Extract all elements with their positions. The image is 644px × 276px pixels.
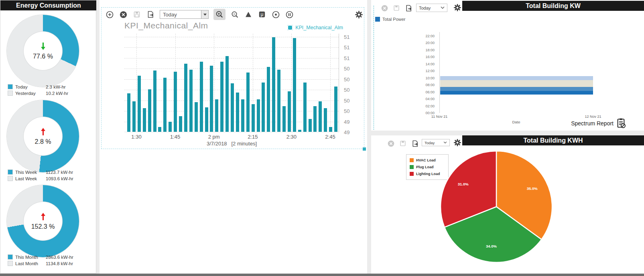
legend-value: 2.3 kW-hr [46, 85, 66, 89]
bar-mark[interactable] [163, 78, 167, 132]
x-tick-label: 2:30 [279, 134, 303, 140]
bar-mark[interactable] [138, 76, 141, 132]
y-tick-label: 49 [344, 119, 349, 125]
bar-mark[interactable] [324, 108, 327, 132]
bar-mark[interactable] [303, 83, 307, 132]
power-band[interactable] [440, 76, 593, 80]
bar-mark[interactable] [262, 83, 265, 132]
power-band[interactable] [440, 87, 593, 91]
kpi-toolbar: Today μ [105, 9, 363, 20]
gear-icon[interactable] [453, 3, 462, 12]
gear-icon[interactable] [453, 138, 462, 147]
export-icon[interactable] [404, 4, 413, 12]
alarms-icon[interactable] [244, 10, 253, 19]
chevron-down-icon[interactable] [201, 10, 208, 18]
bar-mark[interactable] [334, 87, 337, 132]
power-band[interactable] [440, 91, 593, 95]
legend-label: This Month [15, 255, 46, 260]
bar-mark[interactable] [195, 102, 198, 132]
x-tick-label: 2:15 [241, 134, 265, 140]
bar-mark[interactable] [313, 106, 317, 132]
legend-swatch [410, 172, 414, 176]
bar-mark[interactable] [272, 37, 275, 132]
series-marker-icon [287, 25, 293, 30]
bar-mark[interactable] [309, 119, 312, 132]
kpi-chart-legend[interactable]: KPI_Mechanical_Alm [287, 25, 343, 30]
bar-mark[interactable] [184, 64, 187, 132]
bar-mark[interactable] [252, 104, 255, 132]
legend-swatch [8, 254, 13, 260]
engineering-units-icon[interactable]: μ [258, 10, 266, 19]
close-icon[interactable] [386, 139, 395, 148]
y-tick-label: 49 [344, 129, 349, 135]
bar-mark[interactable] [298, 130, 301, 132]
bar-mark[interactable] [236, 93, 239, 132]
donut-chart-monthly[interactable]: 152.3 % [7, 185, 79, 257]
legend-label: Lighting Load [416, 172, 440, 176]
zoom-extents-button[interactable] [105, 10, 114, 19]
total-building-kwh-panel: Today Total Building KWH HVAC LoadPlug L… [371, 135, 644, 274]
bar-mark[interactable] [174, 72, 177, 132]
bar-mark[interactable] [220, 62, 223, 132]
bar-mark[interactable] [205, 107, 208, 132]
zoom-in-icon[interactable] [213, 9, 226, 20]
save-icon[interactable] [132, 10, 141, 19]
close-icon[interactable] [119, 10, 128, 19]
spectrum-report-link[interactable]: Spectrum Report [571, 118, 626, 129]
bar-mark[interactable] [215, 99, 218, 132]
pause-icon[interactable] [285, 10, 294, 19]
live-data-icon[interactable] [271, 10, 280, 19]
bar-mark[interactable] [329, 127, 332, 132]
close-icon[interactable] [380, 4, 389, 12]
donut-chart-weekly[interactable]: 2.8 % [7, 100, 79, 172]
bar-mark[interactable] [293, 38, 296, 132]
y-tick-label: 14:00 [425, 62, 435, 66]
chevron-down-icon [443, 141, 447, 144]
bar-mark[interactable] [179, 116, 182, 132]
bar-mark[interactable] [282, 106, 286, 132]
bar-mark[interactable] [241, 99, 244, 132]
kw-chart-legend[interactable]: Total Power [375, 17, 405, 22]
bar-mark[interactable] [267, 67, 270, 132]
range-select[interactable]: Today [422, 139, 450, 146]
bar-mark[interactable] [319, 101, 322, 132]
gear-icon[interactable] [354, 10, 363, 19]
bar-mark[interactable] [226, 56, 229, 132]
gridline [136, 34, 137, 132]
legend-label: Yesterday [15, 91, 46, 96]
bar-mark[interactable] [257, 99, 260, 132]
donut-chart-daily[interactable]: 77.6 % [7, 15, 79, 87]
export-icon[interactable] [410, 139, 419, 148]
save-icon[interactable] [398, 139, 407, 148]
energy-consumption-panel: Energy Consumption 77.6 % Today 2.3 kW-h… [0, 0, 96, 274]
widget-resize-handle[interactable] [363, 147, 366, 151]
bar-mark[interactable] [143, 108, 146, 132]
bar-mark[interactable] [210, 66, 213, 132]
legend-label: Plug Load [416, 165, 434, 169]
gauge-percent-monthly: 152.3 % [31, 223, 55, 230]
x-tick-label: 1:30 [124, 134, 148, 140]
bar-mark[interactable] [277, 70, 280, 132]
bar-mark[interactable] [246, 73, 250, 132]
bar-mark[interactable] [132, 101, 136, 132]
bar-mark[interactable] [127, 93, 130, 132]
bar-mark[interactable] [153, 71, 156, 132]
zoom-out-icon[interactable] [230, 10, 239, 19]
export-icon[interactable] [146, 10, 155, 19]
bar-mark[interactable] [169, 122, 172, 132]
legend-label: Today [15, 85, 46, 89]
kpi-trend-panel: Today μ KPI_Me [100, 0, 367, 274]
save-icon[interactable] [392, 4, 401, 12]
bar-mark[interactable] [288, 91, 291, 132]
range-select[interactable]: Today [160, 10, 209, 19]
range-select[interactable]: Today [416, 4, 447, 12]
bottom-scrollbar[interactable] [0, 274, 644, 276]
bar-mark[interactable] [158, 127, 161, 132]
bar-mark[interactable] [148, 89, 151, 132]
bar-mark[interactable] [189, 70, 193, 132]
bar-mark[interactable] [200, 62, 203, 132]
series-label: KPI_Mechanical_Alm [295, 25, 343, 30]
bar-mark[interactable] [231, 83, 234, 132]
power-band[interactable] [440, 80, 593, 87]
trend-down-icon [41, 42, 46, 52]
